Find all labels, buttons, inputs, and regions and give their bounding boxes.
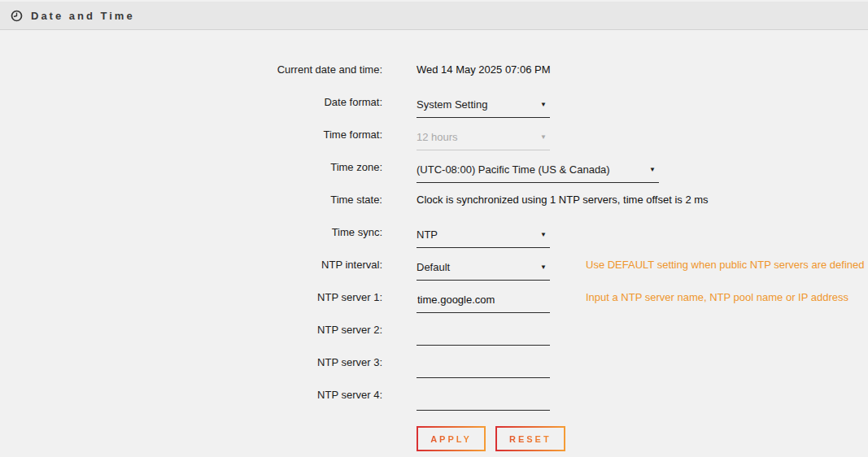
row-time-state: Time state: Clock is synchronized using … [0,183,868,215]
current-datetime-label: Current date and time: [0,63,382,76]
row-ntp-server-3: NTP server 3: [0,346,868,378]
time-zone-select[interactable]: (UTC-08:00) Pacific Time (US & Canada) ▼ [417,159,659,183]
clock-icon [11,10,23,22]
row-ntp-server-2: NTP server 2: [0,313,868,346]
date-format-selected-value: System Setting [417,98,487,111]
ntp-server-3-input[interactable] [417,354,550,378]
row-date-format: Date format: System Setting ▼ [0,85,868,118]
chevron-down-icon: ▼ [540,101,547,108]
ntp-server-1-label: NTP server 1: [0,291,382,303]
time-sync-select[interactable]: NTP ▼ [417,224,550,248]
row-time-zone: Time zone: (UTC-08:00) Pacific Time (US … [0,150,868,183]
row-ntp-server-1: NTP server 1: Input a NTP server name, N… [0,281,868,313]
apply-button[interactable]: APPLY [417,426,486,451]
page-header: Date and Time [0,2,868,30]
ntp-server-2-input[interactable] [417,321,550,346]
time-zone-label: Time zone: [0,161,382,173]
ntp-interval-hint: Use DEFAULT setting when public NTP serv… [586,259,865,271]
chevron-down-icon: ▼ [540,133,547,141]
row-time-format: Time format: 12 hours ▼ [0,118,868,150]
ntp-server-1-hint: Input a NTP server name, NTP pool name o… [586,291,848,303]
ntp-interval-selected-value: Default [417,261,450,273]
date-format-label: Date format: [0,96,382,108]
ntp-server-4-input[interactable] [417,386,550,411]
time-format-label: Time format: [0,128,382,141]
ntp-server-4-label: NTP server 4: [0,389,382,401]
chevron-down-icon: ▼ [649,166,656,173]
row-time-sync: Time sync: NTP ▼ [0,215,868,248]
date-and-time-page: Date and Time Current date and time: Wed… [0,0,868,457]
date-format-select[interactable]: System Setting ▼ [417,94,550,118]
row-ntp-server-4: NTP server 4: [0,378,868,411]
chevron-down-icon: ▼ [540,263,547,271]
date-time-form: Current date and time: Wed 14 May 2025 0… [0,31,868,451]
time-format-selected-value: 12 hours [417,131,458,143]
row-ntp-interval: NTP interval: Default ▼ Use DEFAULT sett… [0,248,868,281]
time-sync-selected-value: NTP [417,228,438,241]
reset-button[interactable]: RESET [495,426,565,451]
chevron-down-icon: ▼ [540,231,547,238]
form-actions: APPLY RESET [417,426,868,451]
time-format-select: 12 hours ▼ [417,126,550,150]
ntp-server-3-label: NTP server 3: [0,356,382,368]
time-state-label: Time state: [0,194,382,206]
ntp-interval-select[interactable]: Default ▼ [417,256,550,281]
row-current-datetime: Current date and time: Wed 14 May 2025 0… [0,53,868,85]
ntp-server-2-label: NTP server 2: [0,324,382,336]
current-datetime-value: Wed 14 May 2025 07:06 PM [417,63,551,76]
time-sync-label: Time sync: [0,226,382,238]
time-zone-selected-value: (UTC-08:00) Pacific Time (US & Canada) [417,163,610,176]
ntp-interval-label: NTP interval: [0,259,382,271]
ntp-server-1-input[interactable] [417,289,550,313]
time-state-value: Clock is synchronized using 1 NTP server… [417,194,709,206]
page-title: Date and Time [31,10,135,22]
